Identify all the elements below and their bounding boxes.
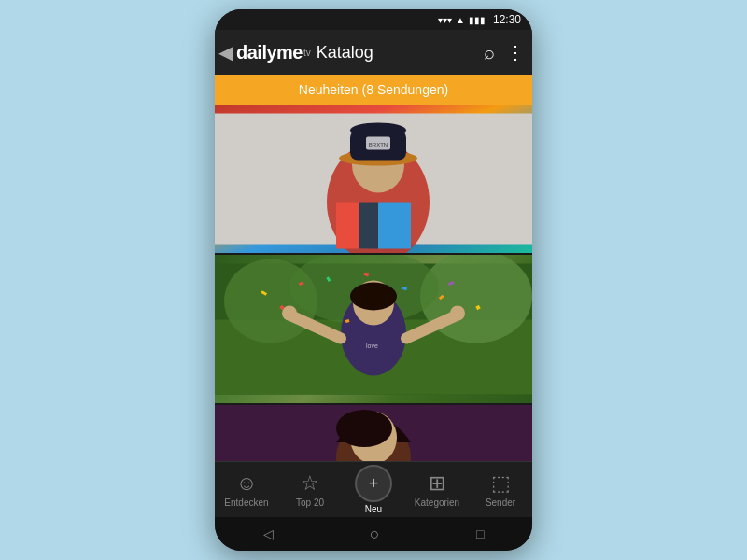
neu-label: Neu [365,504,382,514]
bottom-navigation: ☺ Entdecken ☆ Top 20 + Neu ⊞ Kategorien … [215,461,532,517]
toolbar: ◀ dailyme tv Katalog ⌕ ⋮ [215,30,532,75]
svg-point-18 [350,283,397,311]
third-show-thumbnail [215,405,532,461]
nav-item-top20[interactable]: ☆ Top 20 [278,471,342,508]
nav-item-kategorien[interactable]: ⊞ Kategorien [405,471,469,508]
svg-text:love: love [366,343,378,349]
time-display: 12:30 [493,13,521,26]
kategorien-icon: ⊞ [429,471,445,496]
confetti-person-illustration: love [215,255,532,403]
first-show-thumbnail: BRXTN [215,105,532,253]
entdecken-icon: ☺ [236,471,257,496]
more-options-icon[interactable]: ⋮ [506,41,525,63]
signal-icon: ▾▾▾ [438,15,452,25]
top20-icon: ☆ [301,471,319,496]
third-show-image[interactable] [215,405,532,461]
svg-point-5 [350,123,406,138]
kategorien-label: Kategorien [415,497,459,508]
back-navigation-icon[interactable]: ◀ [218,41,233,63]
top20-label: Top 20 [296,497,324,508]
system-home-button[interactable]: ○ [370,525,380,544]
status-bar: ▾▾▾ ▲ ▮▮▮ 12:30 [215,9,532,30]
phone-frame: ▾▾▾ ▲ ▮▮▮ 12:30 ◀ dailyme tv Katalog ⌕ ⋮… [215,9,532,551]
svg-rect-10 [359,203,378,249]
section-banner: Neuheiten (8 Sendungen) [215,75,532,105]
nav-item-entdecken[interactable]: ☺ Entdecken [215,471,278,508]
svg-text:BRXTN: BRXTN [369,142,388,147]
toolbar-icons: ⌕ ⋮ [484,41,525,63]
search-icon[interactable]: ⌕ [484,42,495,63]
neu-icon: + [369,474,379,494]
entdecken-label: Entdecken [224,497,268,508]
system-navigation-bar: ◁ ○ □ [215,517,532,551]
wifi-icon: ▲ [456,15,465,25]
toolbar-title: Katalog [317,43,484,63]
neu-circle-button[interactable]: + [355,465,392,502]
nav-item-sender[interactable]: ⬚ Sender [469,471,532,508]
sender-icon: ⬚ [491,471,511,496]
third-show-illustration [215,405,532,461]
sender-label: Sender [486,497,515,508]
first-show-image[interactable]: BRXTN [215,105,532,253]
svg-point-37 [336,410,392,447]
second-show-thumbnail: love [215,255,532,403]
second-show-image[interactable]: love [215,255,532,403]
status-bar-right: ▾▾▾ ▲ ▮▮▮ 12:30 [438,13,521,26]
brand-name: dailyme [236,42,303,63]
svg-rect-9 [378,203,411,249]
system-recents-button[interactable]: □ [476,526,484,541]
nav-item-neu[interactable]: + Neu [342,465,405,514]
hat-person-illustration: BRXTN [215,105,532,253]
svg-point-22 [450,306,465,321]
banner-text: Neuheiten (8 Sendungen) [299,82,448,97]
battery-icon: ▮▮▮ [469,15,486,25]
content-area: BRXTN [215,105,532,461]
brand-tv-superscript: tv [303,48,311,58]
system-back-button[interactable]: ◁ [263,526,274,541]
brand-logo: dailyme tv [236,42,311,63]
